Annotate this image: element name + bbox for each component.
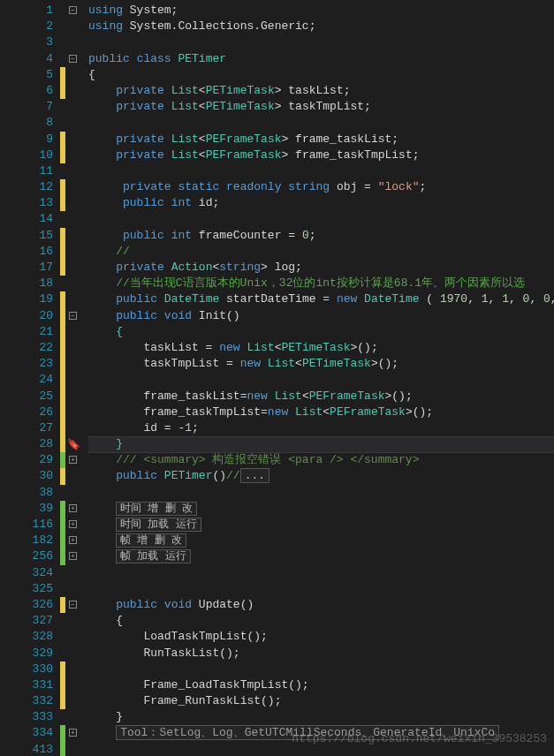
code-line[interactable] <box>88 565 554 581</box>
line-number: 9 <box>0 132 60 147</box>
line-number: 13 <box>0 195 60 211</box>
bookmark-icon[interactable]: 🔖 <box>67 438 80 450</box>
change-indicator <box>60 725 65 741</box>
code-line[interactable]: { <box>88 67 554 83</box>
code-line[interactable] <box>88 662 554 677</box>
code-line[interactable] <box>88 115 554 131</box>
editor-margin[interactable]: 🔖 <box>60 0 88 756</box>
code-line[interactable]: public PETimer()//... <box>88 468 554 484</box>
code-line[interactable] <box>88 34 554 50</box>
code-line[interactable]: public class PETimer <box>88 51 554 67</box>
collapsed-region[interactable]: 帧 加载 运行 <box>116 549 190 563</box>
code-line[interactable]: private List<PETimeTask> taskTmpList; <box>88 99 554 115</box>
code-line[interactable]: id = -1; <box>88 420 554 436</box>
code-line[interactable]: RunTaskList(); <box>88 646 554 662</box>
collapsed-region[interactable]: 时间 加载 运行 <box>116 518 201 532</box>
change-indicator <box>60 244 65 260</box>
change-indicator <box>60 404 65 420</box>
code-line[interactable]: 帧 增 删 改 <box>88 533 554 548</box>
code-line[interactable]: Frame_LoadTaskTmpList(); <box>88 677 554 693</box>
expand-icon[interactable] <box>69 536 77 544</box>
expand-icon[interactable] <box>69 456 77 464</box>
code-line[interactable] <box>88 211 554 227</box>
margin-row <box>60 99 88 115</box>
margin-row <box>60 51 88 67</box>
code-line[interactable]: Frame_RunTaskList(); <box>88 693 554 709</box>
collapse-icon[interactable] <box>69 55 77 63</box>
code-line[interactable]: public int frameCounter = 0; <box>88 228 554 244</box>
code-line[interactable]: private Action<string> log; <box>88 260 554 276</box>
code-line[interactable] <box>88 485 554 501</box>
code-line[interactable]: using System; <box>88 3 554 19</box>
line-number: 327 <box>0 613 60 629</box>
code-area[interactable]: using System;using System.Collections.Ge… <box>88 0 554 756</box>
margin-row <box>60 372 88 388</box>
expand-icon[interactable] <box>69 729 77 737</box>
token-id <box>88 325 116 338</box>
line-number: 27 <box>0 420 60 436</box>
token-id <box>88 518 116 531</box>
code-line[interactable]: { <box>88 324 554 340</box>
margin-row: 🔖 <box>60 436 88 452</box>
line-number: 182 <box>0 533 60 548</box>
code-line[interactable]: private List<PEFrameTask> frame_taskList… <box>88 132 554 147</box>
code-line[interactable]: frame_taskTmpList=new List<PEFrameTask>(… <box>88 404 554 420</box>
line-number: 7 <box>0 99 60 115</box>
code-line[interactable]: 时间 加载 运行 <box>88 517 554 533</box>
token-id: ; <box>309 229 316 242</box>
code-line[interactable]: private List<PEFrameTask> frame_taskTmpL… <box>88 147 554 163</box>
change-indicator <box>60 147 65 163</box>
token-id <box>88 502 116 515</box>
margin-row <box>60 533 88 548</box>
code-line[interactable]: taskTmpList = new List<PETimeTask>(); <box>88 356 554 372</box>
code-line[interactable]: { <box>88 613 554 629</box>
token-num: 0 <box>543 292 550 306</box>
token-kw: public <box>123 229 164 242</box>
token-id: >(); <box>385 389 413 403</box>
code-line[interactable]: taskList = new List<PETimeTask>(); <box>88 340 554 356</box>
collapse-icon[interactable] <box>69 6 77 14</box>
code-line[interactable]: public int id; <box>88 195 554 211</box>
change-indicator <box>60 132 65 147</box>
code-line[interactable]: // <box>88 244 554 260</box>
code-line[interactable]: frame_taskList=new List<PEFrameTask>(); <box>88 389 554 404</box>
token-id: , <box>467 292 482 306</box>
expand-icon[interactable] <box>69 552 77 560</box>
code-line[interactable]: /// <summary> 构造报空错误 <para /> </summary> <box>88 452 554 468</box>
collapse-icon[interactable] <box>69 312 77 320</box>
line-number: 39 <box>0 501 60 517</box>
collapsed-code[interactable]: ... <box>240 468 269 483</box>
token-id <box>88 196 123 209</box>
code-line[interactable]: //当年出现C语言版本的Unix，32位的int按秒计算是68.1年。两个因素所… <box>88 276 554 291</box>
code-line[interactable]: 时间 增 删 改 <box>88 501 554 517</box>
token-id: < <box>199 132 206 146</box>
collapsed-region[interactable]: 时间 增 删 改 <box>116 502 197 516</box>
margin-row <box>60 742 88 756</box>
token-id <box>88 276 116 290</box>
token-type: List <box>171 148 199 162</box>
token-kw: private <box>116 84 164 97</box>
line-number: 413 <box>0 742 60 756</box>
code-line[interactable]: using System.Collections.Generic; <box>88 19 554 34</box>
line-number: 324 <box>0 565 60 581</box>
code-line[interactable]: public void Update() <box>88 597 554 613</box>
collapsed-region[interactable]: 帧 增 删 改 <box>116 533 186 548</box>
code-line[interactable]: public DateTime startDateTime = new Date… <box>88 291 554 307</box>
code-line[interactable]: 帧 加载 运行 <box>88 548 554 564</box>
margin-row <box>60 19 88 34</box>
collapse-icon[interactable] <box>69 601 77 609</box>
code-line[interactable] <box>88 372 554 388</box>
code-line[interactable]: } <box>88 709 554 725</box>
code-line[interactable] <box>88 581 554 597</box>
code-line[interactable]: private List<PETimeTask> taskList; <box>88 83 554 99</box>
expand-icon[interactable] <box>69 504 77 512</box>
margin-row <box>60 677 88 693</box>
code-line[interactable]: private static readonly string obj = "lo… <box>88 179 554 195</box>
code-line[interactable]: public void Init() <box>88 308 554 324</box>
change-indicator <box>60 324 65 340</box>
code-line[interactable] <box>88 163 554 179</box>
code-editor[interactable]: 1234567891011121314151617181920212223242… <box>0 0 554 756</box>
token-kw: static <box>178 180 219 193</box>
code-line[interactable]: LoadTaskTmpList(); <box>88 629 554 645</box>
expand-icon[interactable] <box>69 520 77 528</box>
